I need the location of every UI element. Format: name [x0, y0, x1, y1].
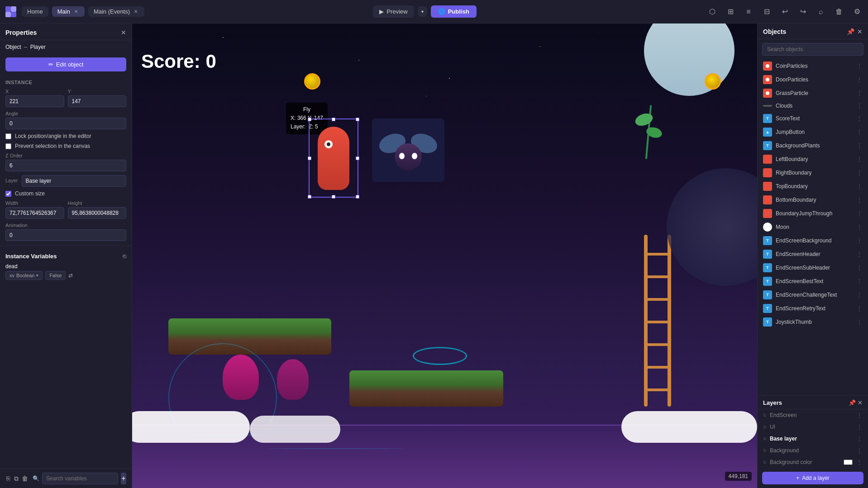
- obj-Moon[interactable]: Moon ⋮: [758, 220, 868, 234]
- var-value-badge[interactable]: False: [45, 271, 66, 280]
- layer-select[interactable]: Base layer Background UI: [22, 175, 126, 187]
- obj-more-EndScreenBackground[interactable]: ⋮: [856, 237, 863, 244]
- align-icon[interactable]: ⊟: [759, 5, 774, 19]
- redo-icon[interactable]: ↪: [796, 5, 810, 19]
- obj-more-RightBoundary[interactable]: ⋮: [856, 169, 863, 176]
- copy-var-icon[interactable]: ⎘: [5, 473, 11, 484]
- layer-Background[interactable]: ≡ Background ⋮: [758, 445, 868, 456]
- tab-main-events-close[interactable]: ✕: [133, 9, 139, 15]
- external-link-icon[interactable]: ⎋: [123, 252, 126, 260]
- delete-var-icon[interactable]: 🗑: [22, 473, 28, 484]
- search-icon[interactable]: ⌕: [814, 5, 828, 19]
- add-layer-button[interactable]: + Add a layer: [762, 472, 863, 484]
- layer-more-UI[interactable]: ⋮: [856, 423, 863, 431]
- y-input[interactable]: [68, 95, 127, 107]
- obj-BottomBoundary[interactable]: BottomBoundary ⋮: [758, 193, 868, 207]
- obj-EndScreenHeader[interactable]: T EndScreenHeader ⋮: [758, 247, 868, 261]
- layer-more-EndScreen[interactable]: ⋮: [856, 412, 863, 419]
- prevent-checkbox[interactable]: [5, 143, 11, 149]
- pin-layers-icon[interactable]: 📌: [849, 399, 856, 406]
- publish-button[interactable]: 🌐 Publish: [431, 5, 477, 18]
- preview-dropdown[interactable]: ▾: [418, 6, 427, 17]
- delete-icon[interactable]: 🗑: [832, 5, 846, 19]
- obj-CoinParticles[interactable]: CoinParticles ⋮: [758, 59, 868, 73]
- layer-color-swatch[interactable]: [844, 460, 853, 465]
- obj-TopBoundary[interactable]: TopBoundary ⋮: [758, 180, 868, 193]
- obj-BackgroundPlants[interactable]: T BackgroundPlants ⋮: [758, 139, 868, 152]
- obj-more-ScoreText[interactable]: ⋮: [856, 115, 863, 122]
- obj-more-LeftBoundary[interactable]: ⋮: [856, 156, 863, 163]
- height-input[interactable]: [68, 207, 127, 219]
- animation-input[interactable]: [5, 229, 126, 241]
- obj-more-BottomBoundary[interactable]: ⋮: [856, 196, 863, 204]
- layer-more-BaseLayer[interactable]: ⋮: [856, 435, 863, 442]
- canvas-area[interactable]: Score: 0 Fly X: 366 Y: 147 Layer: Z: 5: [132, 24, 757, 488]
- obj-more-Moon[interactable]: ⋮: [856, 223, 863, 231]
- obj-more-EndScreenHeader[interactable]: ⋮: [856, 251, 863, 258]
- properties-close[interactable]: ✕: [121, 29, 126, 36]
- obj-GrassParticle[interactable]: GrassParticle ⋮: [758, 86, 868, 100]
- layer-EndScreen[interactable]: ≡ EndScreen ⋮: [758, 409, 868, 421]
- obj-EndScreenSubHeader[interactable]: T EndScreenSubHeader ⋮: [758, 261, 868, 275]
- obj-EndScreenChallengeText[interactable]: T EndScreenChallengeText ⋮: [758, 288, 868, 302]
- z-order-input[interactable]: [5, 160, 126, 171]
- close-objects-icon[interactable]: ✕: [857, 28, 863, 35]
- obj-RightBoundary[interactable]: RightBoundary ⋮: [758, 166, 868, 180]
- x-input[interactable]: [5, 95, 64, 107]
- layer-BackgroundColor[interactable]: ≡ Background color ⋮: [758, 456, 868, 468]
- obj-more-EndScreenSubHeader[interactable]: ⋮: [856, 264, 863, 271]
- obj-more-BoundaryJumpThrough[interactable]: ⋮: [856, 210, 863, 217]
- obj-more-EndScreenChallengeText[interactable]: ⋮: [856, 291, 863, 298]
- tab-main-close[interactable]: ✕: [73, 9, 79, 15]
- undo-icon[interactable]: ↩: [777, 5, 792, 19]
- obj-name-EndScreenHeader: EndScreenHeader: [776, 251, 853, 257]
- more-icon[interactable]: ⚙: [850, 5, 864, 19]
- obj-more-DoorParticles[interactable]: ⋮: [856, 76, 863, 83]
- obj-ScoreText[interactable]: T ScoreText ⋮: [758, 112, 868, 125]
- obj-more-GrassParticle[interactable]: ⋮: [856, 90, 863, 97]
- pin-icon[interactable]: 📌: [847, 28, 854, 35]
- search-variables-input[interactable]: [42, 473, 118, 484]
- obj-more-BackgroundPlants[interactable]: ⋮: [856, 142, 863, 149]
- var-type-badge[interactable]: xv Boolean ▾: [5, 271, 43, 280]
- angle-input[interactable]: [5, 118, 126, 129]
- snap-icon[interactable]: ⬡: [705, 5, 720, 19]
- obj-Clouds[interactable]: Clouds ⋮: [758, 100, 868, 112]
- layer-BaseLayer[interactable]: ≡ Base layer ⋮: [758, 433, 868, 445]
- search-objects-input[interactable]: [762, 43, 863, 56]
- app-logo[interactable]: [4, 5, 18, 19]
- paste-var-icon[interactable]: ⧉: [14, 473, 19, 484]
- tab-main-events[interactable]: Main (Events) ✕: [88, 6, 144, 17]
- obj-EndScreenRetryText[interactable]: T EndScreenRetryText ⋮: [758, 302, 868, 315]
- custom-size-checkbox[interactable]: [5, 191, 11, 197]
- layers-icon[interactable]: ≡: [741, 5, 756, 19]
- tab-home[interactable]: Home: [22, 6, 48, 17]
- tab-main[interactable]: Main ✕: [52, 6, 85, 17]
- obj-EndScreenBackground[interactable]: T EndScreenBackground ⋮: [758, 234, 868, 247]
- obj-more-JumpButton[interactable]: ⋮: [856, 128, 863, 136]
- layer-more-BackgroundColor[interactable]: ⋮: [856, 459, 863, 466]
- add-variable-button[interactable]: +: [121, 473, 126, 484]
- obj-EndScreenBestText[interactable]: T EndScreenBestText ⋮: [758, 275, 868, 288]
- grid-icon[interactable]: ⊞: [723, 5, 738, 19]
- obj-more-EndScreenRetryText[interactable]: ⋮: [856, 305, 863, 312]
- preview-button[interactable]: ▶ Preview: [373, 5, 414, 18]
- obj-more-TopBoundary[interactable]: ⋮: [856, 183, 863, 190]
- lock-checkbox[interactable]: [5, 133, 11, 139]
- platform-left: [168, 318, 331, 355]
- obj-JoystickThumb[interactable]: T JoystickThumb ⋮: [758, 315, 868, 329]
- obj-LeftBoundary[interactable]: LeftBoundary ⋮: [758, 152, 868, 166]
- layer-UI[interactable]: ≡ UI ⋮: [758, 421, 868, 433]
- layer-more-Background[interactable]: ⋮: [856, 447, 863, 454]
- obj-more-CoinParticles[interactable]: ⋮: [856, 62, 863, 70]
- obj-more-JoystickThumb[interactable]: ⋮: [856, 318, 863, 326]
- obj-more-EndScreenBestText[interactable]: ⋮: [856, 278, 863, 285]
- obj-JumpButton[interactable]: ▲ JumpButton ⋮: [758, 125, 868, 139]
- obj-more-Clouds[interactable]: ⋮: [856, 102, 863, 109]
- width-input[interactable]: [5, 207, 64, 219]
- var-swap-icon[interactable]: ⇄: [68, 272, 73, 279]
- obj-DoorParticles[interactable]: DoorParticles ⋮: [758, 73, 868, 86]
- obj-BoundaryJumpThrough[interactable]: BoundaryJumpThrough ⋮: [758, 207, 868, 220]
- edit-object-button[interactable]: ✏ Edit object: [5, 57, 126, 71]
- close-layers-icon[interactable]: ✕: [858, 399, 863, 406]
